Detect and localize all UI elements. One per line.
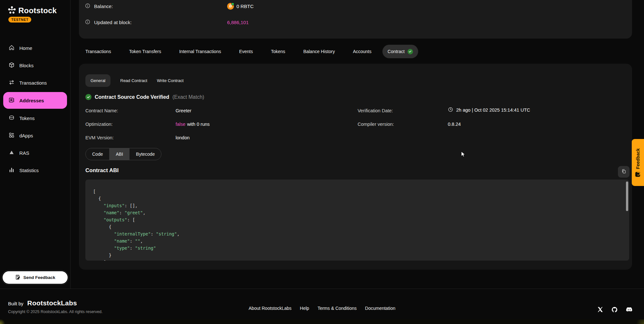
footer-link-help[interactable]: Help xyxy=(300,306,309,311)
updated-block-label: Updated at block: xyxy=(94,20,132,25)
dapps-grid-icon xyxy=(8,132,15,139)
footer-links: About RootstockLabs Help Terms & Conditi… xyxy=(0,306,644,311)
clock-icon xyxy=(448,107,453,113)
bottom-accent-strip xyxy=(0,319,644,324)
toggle-abi[interactable]: ABI xyxy=(109,148,130,160)
abi-heading: Contract ABI xyxy=(85,167,119,174)
balance-row: Balance: B 0 RBTC xyxy=(85,1,632,11)
field-contract-name-label: Contract Name: xyxy=(85,108,118,113)
abi-code: [ { "inputs": [], "name": "greet", "outp… xyxy=(85,180,629,261)
footer-link-about[interactable]: About RootstockLabs xyxy=(249,306,292,311)
sidebar-item-transactions[interactable]: Transactions xyxy=(0,74,70,91)
send-feedback-button[interactable]: Send Feedback xyxy=(3,271,68,284)
verified-check-icon xyxy=(408,49,413,54)
balance-label: Balance: xyxy=(94,4,113,9)
sidebar-item-statistics[interactable]: Statistics xyxy=(0,162,70,179)
sidebar-item-blocks[interactable]: Blocks xyxy=(0,57,70,74)
tab-contract[interactable]: Contract xyxy=(382,45,418,58)
field-optimization-label: Optimization: xyxy=(85,122,113,127)
sidebar-item-dapps[interactable]: dApps xyxy=(0,127,70,144)
info-icon xyxy=(85,3,91,10)
sidebar-item-ras[interactable]: RAS xyxy=(0,144,70,162)
sidebar-item-tokens[interactable]: Tokens xyxy=(0,109,70,127)
swap-arrows-icon xyxy=(8,79,15,87)
field-contract-name-value: Greeter xyxy=(176,108,191,113)
sidebar: Rootstock TESTNET Home Blocks Transactio… xyxy=(0,0,71,289)
verified-title: Contract Source Code Verified xyxy=(95,94,169,100)
social-links xyxy=(597,306,633,313)
field-evm-version-label: EVM Version: xyxy=(85,135,114,140)
sidebar-item-home[interactable]: Home xyxy=(0,39,70,57)
verified-banner: Contract Source Code Verified (Exact Mat… xyxy=(85,94,204,100)
x-twitter-icon[interactable] xyxy=(597,306,604,313)
home-icon xyxy=(8,44,15,52)
tab-events[interactable]: Events xyxy=(239,49,253,54)
cube-icon xyxy=(8,62,15,69)
field-evm-version-value: london xyxy=(176,135,190,140)
tab-token-transfers[interactable]: Token Transfers xyxy=(129,49,161,54)
page: Rootstock TESTNET Home Blocks Transactio… xyxy=(0,0,644,324)
tab-tokens[interactable]: Tokens xyxy=(271,49,285,54)
footer-link-documentation[interactable]: Documentation xyxy=(365,306,395,311)
contract-subtabs: General Read Contract Write Contract xyxy=(85,74,184,87)
contract-panel: General Read Contract Write Contract Con… xyxy=(79,64,632,270)
address-book-icon xyxy=(8,97,15,104)
edit-note-icon xyxy=(15,274,20,281)
updated-block-row: Updated at block: 6,886,101 xyxy=(85,17,632,27)
address-summary-card: Balance: B 0 RBTC Updated at block: 6,88… xyxy=(79,0,632,39)
code-view-toggle: Code ABI Bytecode xyxy=(85,148,161,160)
subtab-general[interactable]: General xyxy=(85,74,111,87)
triangle-icon xyxy=(8,149,15,157)
rootstock-logo-icon xyxy=(8,6,16,15)
verified-match-type: (Exact Match) xyxy=(172,94,204,100)
tab-balance-history[interactable]: Balance History xyxy=(303,49,335,54)
address-tabs: Transactions Token Transfers Internal Tr… xyxy=(85,45,418,58)
field-verification-date-label: Verification Date: xyxy=(358,108,393,113)
toggle-code[interactable]: Code xyxy=(86,148,109,160)
sidebar-nav: Home Blocks Transactions Addresses Token… xyxy=(0,39,70,179)
field-verification-date-value: 2h ago | Oct 02 2025 15:14:41 UTC xyxy=(448,107,530,113)
copy-abi-button[interactable] xyxy=(618,166,630,178)
copy-icon xyxy=(621,169,627,175)
abi-code-block[interactable]: [ { "inputs": [], "name": "greet", "outp… xyxy=(85,180,629,261)
feedback-icon xyxy=(636,172,640,177)
rootstock-logo[interactable]: Rootstock xyxy=(8,6,57,15)
subtab-read-contract[interactable]: Read Contract xyxy=(120,78,147,83)
field-compiler-version-value: 0.8.24 xyxy=(448,122,461,127)
footer-link-terms[interactable]: Terms & Conditions xyxy=(318,306,357,311)
testnet-badge: TESTNET xyxy=(8,17,31,23)
sidebar-item-addresses[interactable]: Addresses xyxy=(3,92,67,109)
bar-chart-icon xyxy=(8,167,15,174)
feedback-side-tab[interactable]: Feedback xyxy=(632,139,644,186)
tab-internal-transactions[interactable]: Internal Transactions xyxy=(179,49,221,54)
tab-accounts[interactable]: Accounts xyxy=(353,49,371,54)
brand-name: Rootstock xyxy=(18,6,57,15)
feedback-label: Feedback xyxy=(635,148,640,169)
github-icon[interactable] xyxy=(611,306,618,313)
field-optimization-value: false with 0 runs xyxy=(176,122,210,127)
info-icon xyxy=(85,19,91,26)
field-compiler-version-label: Compiler version: xyxy=(358,122,394,127)
footer: Built by RootstockLabs Copyright © 2025 … xyxy=(0,289,644,319)
verified-check-icon xyxy=(85,94,91,100)
balance-value: 0 RBTC xyxy=(236,4,254,9)
block-number-link[interactable]: 6,886,101 xyxy=(227,20,249,25)
toggle-bytecode[interactable]: Bytecode xyxy=(130,148,161,160)
subtab-write-contract[interactable]: Write Contract xyxy=(157,78,184,83)
rbtc-coin-icon: B xyxy=(227,3,234,10)
coin-icon xyxy=(8,115,15,122)
discord-icon[interactable] xyxy=(625,306,633,313)
code-scrollbar[interactable] xyxy=(626,181,628,211)
tab-transactions[interactable]: Transactions xyxy=(85,49,111,54)
